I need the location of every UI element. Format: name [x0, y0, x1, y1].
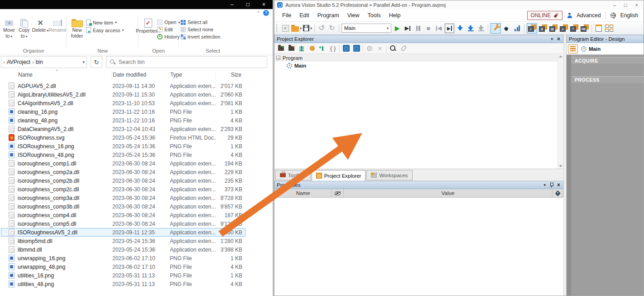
online-status-badge[interactable]: ONLINE — [527, 11, 563, 20]
file-row[interactable]: AGPUAV5_2.dll 2023-09-11 14:30 Applicati… — [1, 82, 245, 90]
iterate-program-button[interactable]: ▶ — [403, 23, 412, 33]
close-panel-icon[interactable]: × — [557, 182, 560, 188]
delete-button[interactable]: × Delete — [32, 18, 48, 33]
file-row[interactable]: cleaning_16.png 2023-11-22 10:16 PNG Fil… — [1, 107, 245, 116]
file-row[interactable]: ISORoughnessAV5_2.dll 2023-09-11 12:35 A… — [1, 228, 245, 237]
properties-column-name[interactable]: Name — [275, 189, 332, 197]
add-special-folder-button[interactable] — [287, 44, 295, 53]
column-header-size[interactable]: Size — [216, 71, 245, 79]
run-button[interactable]: ▶ — [393, 23, 402, 33]
file-row[interactable]: utilities_16.png 2023-05-31 11:13 PNG Fi… — [1, 271, 245, 280]
rename-button[interactable]: Rename — [49, 18, 66, 33]
breadcrumb-avproject[interactable]: AVProject — [7, 59, 30, 65]
open-program-button[interactable]: ▾ — [291, 23, 302, 33]
select-none-button[interactable]: Select none — [181, 27, 221, 32]
file-row[interactable]: DataCleaningAV5_2.dll 2023-12-04 10:43 A… — [1, 125, 245, 133]
delete-item-button[interactable]: × — [376, 44, 384, 53]
layout-star-button[interactable]: * — [570, 23, 579, 33]
statistics-button[interactable] — [513, 23, 522, 33]
dock-splitter[interactable] — [563, 35, 567, 296]
invert-selection-button[interactable]: Invert selection — [181, 34, 221, 39]
history-button[interactable]: History — [157, 34, 180, 39]
visibility-column[interactable] — [332, 189, 344, 197]
add-worker-task-button[interactable] — [308, 44, 316, 53]
find-button[interactable] — [389, 44, 397, 53]
scrollbar[interactable] — [557, 54, 563, 169]
language-label[interactable]: English — [620, 12, 638, 19]
layout-hmi-button[interactable]: HMI — [580, 23, 589, 33]
menu-item[interactable]: Tools — [364, 10, 385, 20]
tab-toolbox[interactable]: Toolbox — [275, 170, 311, 180]
tree-node-program[interactable]: Program — [274, 54, 563, 62]
tree-node-main[interactable]: Main — [274, 62, 563, 69]
easy-access-button[interactable]: Easy access — [86, 27, 124, 33]
add-task-folder-button[interactable] — [277, 44, 285, 53]
diagnostic-mode-button[interactable] — [502, 23, 511, 33]
copy-to-button[interactable]: Copy to — [17, 18, 32, 39]
file-row[interactable]: libmmd.dll 2023-05-24 15:36 Application … — [1, 245, 245, 254]
section-process-body[interactable] — [571, 83, 644, 296]
step-out-button[interactable] — [476, 23, 485, 33]
pause-button[interactable] — [413, 23, 423, 33]
iterate-current-macrofilter-button[interactable]: ▶ — [445, 24, 454, 33]
file-row[interactable]: ISORoughness_16.png 2023-05-24 15:36 PNG… — [1, 142, 245, 150]
search-box[interactable] — [106, 56, 267, 68]
properties-button[interactable]: Properties — [140, 18, 156, 34]
section-acquire-body[interactable] — [571, 64, 644, 76]
tab-project-explorer[interactable]: Project Explorer — [312, 170, 366, 181]
menu-item[interactable]: Edit — [295, 10, 313, 20]
file-row[interactable]: libiomp5md.dll 2023-05-24 15:36 Applicat… — [1, 237, 245, 245]
tag-column[interactable] — [552, 189, 563, 197]
refresh-button[interactable]: ↻ — [91, 56, 102, 68]
minimize-icon[interactable]: – — [231, 2, 234, 7]
maximize-icon[interactable]: □ — [246, 2, 250, 7]
move-to-button[interactable]: Move to — [2, 18, 16, 39]
minimize-icon[interactable]: – — [613, 3, 616, 8]
file-row[interactable]: unwrapping_16.png 2023-06-02 17:10 PNG F… — [1, 254, 245, 262]
edit-item-button[interactable] — [365, 44, 374, 53]
panel-menu-icon[interactable]: ▾ — [543, 183, 546, 187]
step-into-button[interactable] — [466, 23, 475, 33]
file-row[interactable]: utilities_48.png 2023-05-31 11:13 PNG Fi… — [1, 280, 245, 288]
file-row[interactable]: unwrapping_48.png 2023-06-02 17:10 PNG F… — [1, 262, 245, 271]
add-global-parameter-button[interactable] — [342, 44, 350, 53]
undo-button[interactable]: ↺ — [317, 23, 326, 33]
maximize-icon[interactable]: □ — [624, 3, 627, 8]
new-folder-button[interactable]: New folder — [69, 18, 85, 39]
new-program-button[interactable]: ≡ — [281, 23, 290, 33]
file-row[interactable]: cleaning_48.png 2023-11-22 10:16 PNG Fil… — [1, 116, 245, 125]
file-row[interactable]: C4AlgorithmsAV5_2.dll 2023-11-10 10:53 A… — [1, 99, 245, 107]
collapse-node-icon[interactable] — [276, 56, 280, 60]
add-macrofilter-button[interactable] — [298, 44, 306, 53]
menu-item[interactable]: File — [278, 10, 295, 20]
select-all-button[interactable]: Select all — [181, 19, 221, 25]
close-panel-icon[interactable]: × — [557, 36, 560, 42]
layout-2-button[interactable]: II — [538, 23, 548, 33]
menu-item[interactable]: View — [343, 10, 364, 20]
panel-menu-icon[interactable]: ▾ — [551, 37, 553, 41]
step-over-button[interactable] — [456, 23, 465, 33]
save-program-button[interactable]: ▾ — [303, 23, 312, 33]
stop-button[interactable]: ■ — [424, 23, 433, 33]
section-process[interactable]: PROCESS — [571, 76, 644, 83]
layout-cursor-button[interactable]: ➤ — [559, 23, 568, 33]
previous-iteration-button[interactable]: ◀ — [434, 23, 443, 33]
add-step-button[interactable] — [318, 44, 327, 53]
file-row[interactable]: isoroughness_comp1.dll 2023-06-30 08:24 … — [1, 159, 245, 168]
redo-button[interactable]: ↻ — [327, 23, 336, 33]
file-row[interactable]: isoroughness_comp2b.dll 2023-06-30 08:24… — [1, 176, 245, 185]
column-header-type[interactable]: Type — [169, 71, 216, 79]
file-row[interactable]: isoroughness_comp3b.dll 2023-06-30 08:24… — [1, 202, 245, 211]
scroll-down-icon[interactable] — [559, 165, 562, 167]
user-mode-label[interactable]: Advanced — [577, 12, 601, 19]
file-row[interactable]: isoroughness_comp5.dll 2023-06-30 08:24 … — [1, 219, 245, 228]
editor-tab-main[interactable]: Main — [581, 46, 601, 52]
multi-view-button[interactable] — [605, 23, 614, 33]
properties-column-value[interactable]: Value — [344, 189, 552, 197]
program-selector-dropdown[interactable]: Main ▾ — [341, 24, 391, 33]
add-module-button[interactable] — [352, 44, 360, 53]
attachments-button[interactable] — [399, 44, 408, 53]
add-formula-button[interactable]: { } — [329, 44, 337, 53]
pin-icon[interactable] — [550, 183, 553, 188]
section-acquire[interactable]: ACQUIRE — [571, 57, 644, 64]
